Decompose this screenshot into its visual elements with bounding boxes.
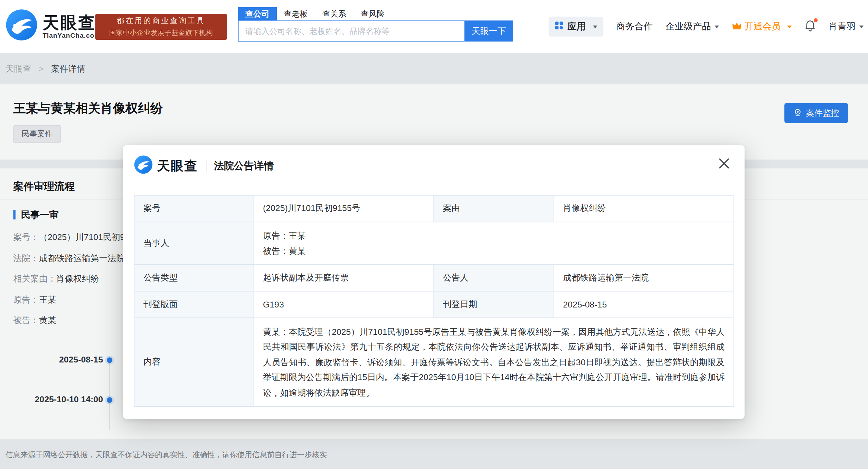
page: 天眼查 TianYanCha.com 都在用的商业查询工具 国家中小企业发展子基… [0, 0, 868, 469]
search-bar: 天眼一下 [238, 20, 513, 42]
table-row: 内容 黄某：本院受理（2025）川7101民初9155号原告王某与被告黄某肖像权… [134, 318, 734, 406]
table-row: 当事人 原告：王某 被告：黄某 [134, 222, 734, 265]
party-label: 当事人 [134, 222, 254, 265]
modal-brand-name: 天眼查 [157, 157, 198, 174]
party-value: 原告：王某 被告：黄某 [254, 222, 734, 265]
chevron-down-icon [593, 25, 597, 28]
cause-label: 案由 [434, 195, 554, 222]
nav-cooperation[interactable]: 商务合作 [616, 20, 653, 33]
close-icon[interactable] [718, 157, 730, 169]
tianyancha-logo[interactable]: 天眼查 TianYanCha.com [6, 9, 101, 43]
content-value: 黄某：本院受理（2025）川7101民初9155号原告王某与被告黄某肖像权纠纷一… [254, 318, 734, 406]
nav-cooperation-label: 商务合作 [616, 20, 653, 33]
tab-search-boss[interactable]: 查老板 [276, 7, 315, 20]
logo-domain: TianYanCha.com [43, 31, 101, 39]
table-row: 案号 (2025)川7101民初9155号 案由 肖像权纠纷 [134, 195, 734, 222]
publish-date-label: 刊登日期 [434, 291, 554, 318]
apps-grid-icon [555, 21, 564, 32]
nav-apps[interactable]: 应用 [549, 17, 604, 37]
chevron-down-icon [714, 25, 719, 28]
announcer-value: 成都铁路运输第一法院 [554, 265, 734, 291]
table-row: 公告类型 起诉状副本及开庭传票 公告人 成都铁路运输第一法院 [134, 265, 734, 291]
court-announcement-modal: 天眼查 法院公告详情 案号 (2025)川7101民初9155号 案由 肖像权纠… [123, 145, 745, 419]
cause-value: 肖像权纠纷 [554, 195, 734, 222]
publish-date-value: 2025-08-15 [554, 291, 734, 318]
layout-label: 刊登版面 [134, 291, 254, 318]
tianyancha-logo-icon [6, 9, 38, 43]
case-no-label: 案号 [134, 195, 254, 222]
announcer-label: 公告人 [434, 265, 554, 291]
announcement-table: 案号 (2025)川7101民初9155号 案由 肖像权纠纷 当事人 原告：王某… [134, 195, 734, 407]
nav-enterprise-label: 企业级产品 [666, 20, 711, 33]
tab-search-company[interactable]: 查公司 [238, 7, 276, 20]
content-label: 内容 [134, 318, 254, 406]
crown-icon [732, 21, 742, 32]
party-plaintiff: 原告：王某 [263, 228, 725, 243]
nav-apps-label: 应用 [567, 20, 586, 33]
chevron-down-icon [787, 25, 791, 28]
modal-header: 天眼查 法院公告详情 [134, 155, 274, 176]
tianyancha-logo-icon [134, 155, 153, 176]
chevron-down-icon [859, 25, 864, 28]
nav-open-vip[interactable]: 开通会员 [732, 20, 791, 33]
announcement-content: 黄某：本院受理（2025）川7101民初9155号原告王某与被告黄某肖像权纠纷一… [263, 324, 725, 400]
tab-search-relation[interactable]: 查关系 [315, 7, 353, 20]
table-row: 刊登版面 G193 刊登日期 2025-08-15 [134, 291, 734, 318]
badge-line1: 都在用的商业查询工具 [117, 16, 205, 26]
modal-title: 法院公告详情 [214, 159, 274, 172]
brand-slogan-badge: 都在用的商业查询工具 国家中小企业发展子基金旗下机构 [95, 14, 227, 40]
search-input[interactable] [238, 20, 464, 42]
search-button[interactable]: 天眼一下 [464, 20, 513, 42]
announcement-type-value: 起诉状副本及开庭传票 [254, 265, 434, 291]
layout-value: G193 [254, 291, 434, 318]
search-tabs: 查公司 查老板 查关系 查风险 [238, 7, 392, 20]
logo-text: 天眼查 TianYanCha.com [43, 13, 101, 39]
nav-vip-label: 开通会员 [744, 20, 781, 33]
notification-dot [813, 18, 817, 22]
header-nav: 应用 商务合作 企业级产品 开通会员 [549, 0, 864, 53]
badge-line2: 国家中小企业发展子基金旗下机构 [109, 28, 213, 38]
tab-search-risk[interactable]: 查风险 [353, 7, 392, 20]
case-no-value: (2025)川7101民初9155号 [254, 195, 434, 222]
party-defendant: 被告：黄某 [263, 243, 725, 258]
top-header: 天眼查 TianYanCha.com 都在用的商业查询工具 国家中小企业发展子基… [0, 0, 868, 53]
nav-enterprise-products[interactable]: 企业级产品 [666, 20, 719, 33]
user-menu[interactable]: 肖青羽 [828, 20, 864, 33]
announcement-type-label: 公告类型 [134, 265, 254, 291]
logo-name: 天眼查 [43, 13, 101, 31]
notifications-button[interactable] [804, 19, 816, 34]
divider [206, 160, 206, 172]
username-label: 肖青羽 [828, 20, 856, 33]
